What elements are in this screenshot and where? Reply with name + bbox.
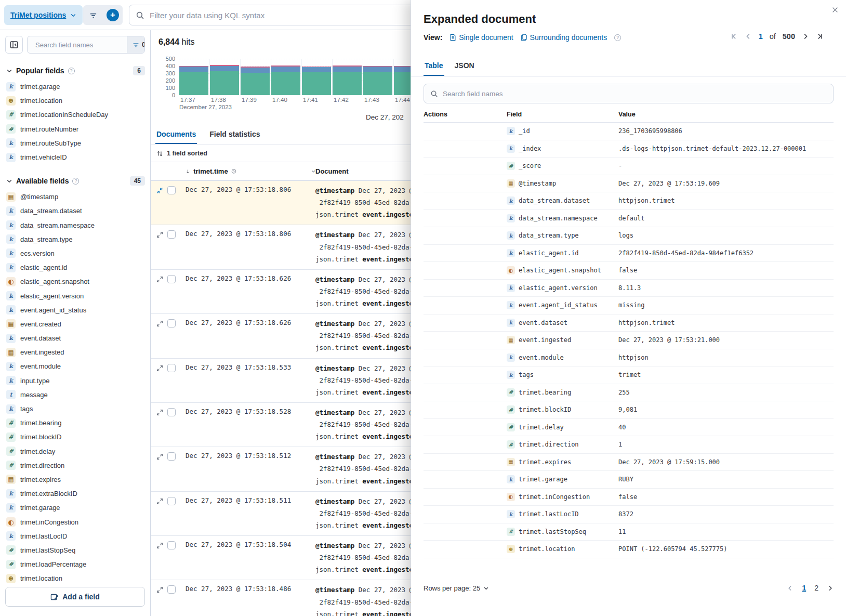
flyout-field-row-elastic_agent.snapshot[interactable]: ◐elastic_agent.snapshot false — [424, 262, 834, 280]
flyout-field-row-trimet.lastLocID[interactable]: ktrimet.lastLocID 8372 — [424, 506, 834, 523]
view-surrounding-documents-link[interactable]: Surrounding documents — [521, 33, 607, 42]
next-page-button[interactable] — [802, 33, 809, 40]
tab-table[interactable]: Table — [424, 59, 444, 76]
sidebar-field-trimet.loadPercentage[interactable]: #trimet.loadPercentage — [0, 557, 150, 571]
bar-segment-series-green[interactable] — [179, 72, 208, 95]
tab-documents[interactable]: Documents — [155, 127, 197, 144]
bar-segment-series-blue[interactable] — [271, 67, 300, 72]
bar-segment-series-green[interactable] — [302, 72, 331, 95]
expand-document-icon[interactable] — [156, 453, 163, 460]
histogram-bar-17:43[interactable] — [363, 66, 392, 95]
sidebar-field-event.module[interactable]: kevent.module — [0, 359, 150, 373]
histogram-bar-17:42[interactable] — [333, 65, 362, 95]
row-checkbox[interactable] — [167, 585, 176, 594]
sidebar-field-trimet.garage[interactable]: ktrimet.garage — [0, 501, 150, 515]
bar-segment-series-blue[interactable] — [241, 68, 270, 73]
flyout-field-row-event.module[interactable]: kevent.module httpjson — [424, 349, 834, 367]
sidebar-field-trimet.inCongestion[interactable]: ◐trimet.inCongestion — [0, 515, 150, 529]
bar-segment-series-blue[interactable] — [363, 67, 392, 72]
sidebar-field-elastic_agent.id[interactable]: kelastic_agent.id — [0, 260, 150, 274]
sidebar-field-event.ingested[interactable]: ▦event.ingested — [0, 345, 150, 359]
sidebar-field-message[interactable]: tmessage — [0, 388, 150, 402]
flyout-field-row-_index[interactable]: k_index .ds-logs-httpjson.trimet-default… — [424, 140, 834, 158]
row-checkbox[interactable] — [167, 319, 176, 327]
collapse-document-icon[interactable] — [156, 187, 163, 194]
flyout-field-row-trimet.expires[interactable]: ▦trimet.expires Dec 27, 2023 @ 17:59:15.… — [424, 454, 834, 471]
sidebar-field-trimet.extraBlockID[interactable]: ktrimet.extraBlockID — [0, 487, 150, 501]
expand-document-icon[interactable] — [156, 498, 163, 505]
flyout-field-row-trimet.inCongestion[interactable]: ◐trimet.inCongestion false — [424, 489, 834, 506]
sidebar-field-trimet.location[interactable]: ⊕trimet.location — [0, 94, 150, 108]
data-view-picker[interactable]: TriMet positions — [4, 5, 83, 25]
sidebar-filter-button[interactable]: 0 — [127, 36, 145, 53]
page-number-2[interactable]: 2 — [814, 584, 818, 592]
sidebar-field-trimet.lastLocID[interactable]: ktrimet.lastLocID — [0, 529, 150, 543]
sidebar-field-trimet.delay[interactable]: #trimet.delay — [0, 444, 150, 458]
previous-page-button[interactable] — [745, 33, 752, 40]
bar-segment-series-green[interactable] — [210, 71, 239, 95]
sidebar-field-event.created[interactable]: ▦event.created — [0, 317, 150, 331]
filter-button[interactable] — [83, 5, 103, 25]
sidebar-field-elastic_agent.version[interactable]: kelastic_agent.version — [0, 289, 150, 303]
flyout-field-row-trimet.lastStopSeq[interactable]: #trimet.lastStopSeq 11 — [424, 523, 834, 541]
flyout-field-row-tags[interactable]: ktags trimet — [424, 366, 834, 384]
bar-segment-series-green[interactable] — [333, 72, 362, 95]
sidebar-field-trimet.expires[interactable]: ▦trimet.expires — [0, 473, 150, 487]
bar-segment-series-green[interactable] — [363, 72, 392, 95]
close-flyout-button[interactable] — [831, 6, 839, 14]
sidebar-field-ecs.version[interactable]: kecs.version — [0, 246, 150, 260]
expand-document-icon[interactable] — [156, 231, 163, 238]
row-checkbox[interactable] — [167, 452, 176, 461]
tab-json[interactable]: JSON — [454, 59, 475, 76]
sidebar-search-input[interactable] — [32, 41, 127, 49]
sidebar-field-@timestamp[interactable]: ▦@timestamp — [0, 190, 150, 204]
sidebar-field-search[interactable]: 0 — [27, 36, 145, 54]
histogram-bar-17:40[interactable] — [271, 65, 300, 95]
expand-document-icon[interactable] — [156, 586, 163, 593]
flyout-field-row-trimet.location[interactable]: ⊕trimet.location POINT (-122.605794 45.5… — [424, 541, 834, 558]
flyout-field-row-trimet.direction[interactable]: #trimet.direction 1 — [424, 436, 834, 454]
expand-document-icon[interactable] — [156, 320, 163, 327]
row-checkbox[interactable] — [167, 186, 176, 194]
bar-segment-series-blue[interactable] — [210, 66, 239, 71]
bar-segment-series-blue[interactable] — [333, 67, 362, 72]
histogram-bar-17:41[interactable] — [302, 67, 331, 95]
expand-document-icon[interactable] — [156, 542, 163, 549]
flyout-field-row-trimet.blockID[interactable]: #trimet.blockID 9,081 — [424, 401, 834, 419]
sidebar-field-input.type[interactable]: kinput.type — [0, 374, 150, 388]
rows-per-page-button[interactable]: Rows per page: 25 — [424, 584, 489, 592]
popular-fields-header[interactable]: Popular fields ? 6 — [0, 59, 150, 77]
bar-segment-series-green[interactable] — [241, 73, 270, 95]
flyout-field-row-event.dataset[interactable]: kevent.dataset httpjson.trimet — [424, 314, 834, 332]
collapse-sidebar-button[interactable] — [5, 36, 23, 54]
next-table-page-button[interactable] — [827, 585, 834, 592]
flyout-search-input[interactable] — [443, 90, 827, 98]
flyout-field-row-data_stream.namespace[interactable]: kdata_stream.namespace default — [424, 210, 834, 228]
sidebar-field-trimet.garage[interactable]: ktrimet.garage — [0, 80, 150, 94]
sidebar-field-tags[interactable]: ktags — [0, 402, 150, 416]
sidebar-field-trimet.lastStopSeq[interactable]: #trimet.lastStopSeq — [0, 543, 150, 557]
sidebar-field-trimet.direction[interactable]: #trimet.direction — [0, 458, 150, 473]
tab-field-statistics[interactable]: Field statistics — [208, 127, 261, 144]
flyout-field-row-trimet.delay[interactable]: #trimet.delay 40 — [424, 419, 834, 437]
flyout-field-row-event.agent_id_status[interactable]: kevent.agent_id_status missing — [424, 297, 834, 314]
view-single-document-link[interactable]: Single document — [450, 33, 513, 42]
flyout-field-row-trimet.garage[interactable]: ktrimet.garage RUBY — [424, 471, 834, 489]
flyout-field-row-elastic_agent.version[interactable]: kelastic_agent.version 8.11.3 — [424, 280, 834, 297]
sidebar-field-data_stream.type[interactable]: kdata_stream.type — [0, 232, 150, 246]
sidebar-field-trimet.vehicleID[interactable]: ktrimet.vehicleID — [0, 150, 150, 164]
time-column-header[interactable]: trimet.time — [186, 167, 315, 175]
column-menu-chevron-icon[interactable] — [311, 168, 315, 174]
flyout-field-row-elastic_agent.id[interactable]: kelastic_agent.id 2f82f419-850d-45ed-82d… — [424, 245, 834, 263]
expand-document-icon[interactable] — [156, 409, 163, 416]
row-checkbox[interactable] — [167, 497, 176, 505]
flyout-field-row-_score[interactable]: #_score - — [424, 158, 834, 175]
bar-segment-series-blue[interactable] — [179, 67, 208, 72]
add-field-button[interactable]: Add a field — [5, 587, 145, 607]
flyout-field-row-data_stream.type[interactable]: kdata_stream.type logs — [424, 227, 834, 245]
row-checkbox[interactable] — [167, 408, 176, 416]
sidebar-field-trimet.locationInScheduleDay[interactable]: #trimet.locationInScheduleDay — [0, 108, 150, 122]
last-page-button[interactable] — [816, 33, 823, 40]
expand-document-icon[interactable] — [156, 365, 163, 372]
expand-document-icon[interactable] — [156, 276, 163, 283]
